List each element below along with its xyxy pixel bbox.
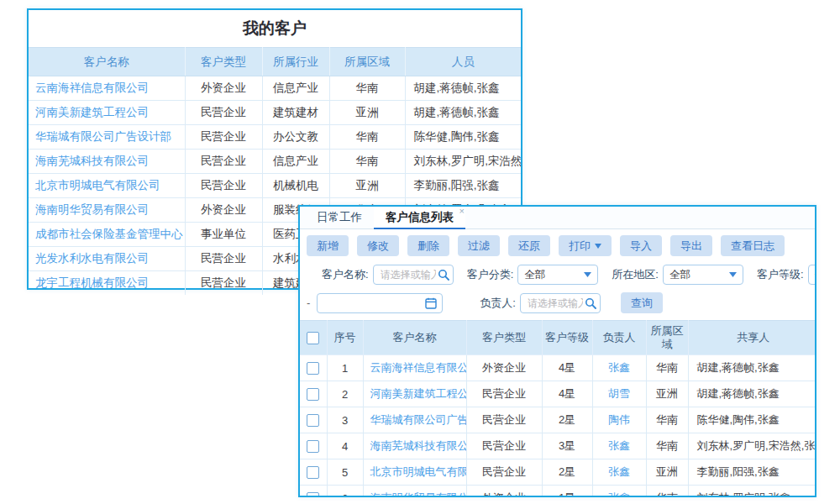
customer-category-select[interactable]: 全部: [517, 265, 598, 285]
industry-cell: 信息产业: [262, 150, 329, 174]
row-checkbox[interactable]: [307, 440, 319, 453]
region-cell: 亚洲: [646, 459, 688, 486]
customer-type-cell: 外资企业: [185, 76, 262, 101]
owner-link[interactable]: 张鑫: [608, 361, 630, 374]
search-input[interactable]: [379, 268, 438, 281]
tab-label: 日常工作: [317, 211, 362, 223]
customer-type-cell: 外资企业: [466, 355, 542, 381]
col-customer-name: 客户名称: [363, 321, 466, 355]
search-icon[interactable]: [585, 297, 596, 309]
region-filter-label: 所在地区:: [612, 267, 659, 282]
table-row: 4 海南芜城科技有限公司 民营企业 3星 张鑫 华南 刘东林,罗广明,宋浩然,张…: [300, 433, 816, 459]
owner-link[interactable]: 陶伟: [608, 413, 630, 426]
col-index: 序号: [327, 321, 363, 355]
staff-cell: 刘东林,罗广明,宋浩然,..: [405, 150, 521, 174]
grade-cell: 4星: [542, 355, 592, 381]
customer-name-link[interactable]: 河南美新建筑工程公司: [35, 106, 149, 118]
button-label: 新增: [317, 240, 339, 251]
index-cell: 3: [327, 407, 363, 433]
button-label: 删除: [417, 240, 439, 251]
table-row: 河南美新建筑工程公司 民营企业 建筑建材 亚洲 胡建,蒋德帧,张鑫: [29, 101, 521, 125]
export-button[interactable]: 导出: [670, 235, 712, 256]
customer-name-link[interactable]: 海南芜城科技有限公司: [35, 155, 149, 167]
grade-cell: 1星: [542, 486, 592, 498]
customer-name-link[interactable]: 北京市明城电气有限公司: [370, 465, 467, 478]
row-checkbox[interactable]: [307, 362, 319, 375]
customer-name-link[interactable]: 华瑞城有限公司广告设...: [370, 413, 467, 426]
row-checkbox[interactable]: [307, 466, 319, 479]
search-icon[interactable]: [438, 269, 449, 281]
customer-name-link[interactable]: 海南芜城科技有限公司: [370, 439, 467, 452]
tab-daily-work[interactable]: 日常工作: [305, 207, 374, 228]
caret-down-icon: [584, 272, 591, 277]
row-checkbox[interactable]: [307, 388, 319, 401]
customer-name-link[interactable]: 云南海祥信息有限公司: [370, 361, 467, 374]
select-value: 全部: [669, 268, 690, 282]
button-label: 修改: [367, 240, 389, 251]
customer-name-link[interactable]: 北京市明城电气有限公司: [35, 179, 160, 192]
col-customer-type: 客户类型: [466, 321, 542, 355]
customer-name-link[interactable]: 河南美新建筑工程公司: [370, 387, 467, 400]
table-row: 3 华瑞城有限公司广告设... 民营企业 2星 陶伟 华南 陈华健,陶伟,张鑫: [300, 407, 816, 433]
shared-cell: 刘东林,罗广明,张鑫: [688, 486, 816, 498]
tab-customer-info-list[interactable]: 客户信息列表 ×: [374, 207, 465, 229]
region-cell: 亚洲: [329, 174, 405, 198]
query-button[interactable]: 查询: [621, 292, 663, 313]
calendar-icon[interactable]: [425, 297, 437, 309]
row-checkbox[interactable]: [307, 414, 319, 427]
customer-type-cell: 民营企业: [185, 125, 262, 150]
customer-name-link[interactable]: 海南明华贸易有限公司: [370, 491, 467, 497]
customer-name-search-input[interactable]: [373, 265, 454, 285]
grade-cell: 3星: [542, 433, 592, 459]
table-row: 5 北京市明城电气有限公司 民营企业 2星 张鑫 亚洲 李勤丽,阳强,张鑫: [300, 459, 816, 486]
index-cell: 2: [327, 381, 363, 407]
col-staff: 人员: [405, 48, 521, 76]
owner-link[interactable]: 张鑫: [608, 465, 630, 478]
table-row: 云南海祥信息有限公司 外资企业 信息产业 华南 胡建,蒋德帧,张鑫: [29, 76, 521, 101]
shared-cell: 胡建,蒋德帧,张鑫: [688, 355, 816, 381]
print-button[interactable]: 打印: [559, 235, 612, 256]
add-button[interactable]: 新增: [307, 235, 349, 256]
table-row: 海南芜城科技有限公司 民营企业 信息产业 华南 刘东林,罗广明,宋浩然,..: [29, 150, 521, 174]
close-icon[interactable]: ×: [459, 207, 465, 215]
grade-cell: 2星: [542, 407, 592, 433]
customer-name-link[interactable]: 海南明华贸易有限公司: [35, 203, 149, 216]
row-checkbox[interactable]: [307, 492, 319, 497]
grade-select[interactable]: 全部: [808, 265, 817, 285]
customer-type-cell: 民营企业: [185, 174, 262, 198]
edit-button[interactable]: 修改: [357, 235, 399, 256]
staff-cell: 李勤丽,阳强,张鑫: [405, 174, 521, 198]
search-input[interactable]: [526, 297, 585, 310]
industry-cell: 信息产业: [262, 76, 329, 101]
window-title: 我的客户: [29, 10, 521, 47]
import-button[interactable]: 导入: [620, 235, 662, 256]
shared-cell: 李勤丽,阳强,张鑫: [688, 459, 816, 486]
view-log-button[interactable]: 查看日志: [721, 235, 785, 256]
owner-search-input[interactable]: [520, 293, 601, 313]
customer-name-link[interactable]: 成都市社会保险基金管理中心: [35, 228, 183, 240]
caret-down-icon: [729, 272, 737, 277]
region-cell: 华南: [329, 150, 405, 174]
owner-link[interactable]: 张鑫: [608, 439, 630, 452]
customer-list-table: 序号 客户名称 客户类型 客户等级 负责人 所属区域 共享人 1 云南海祥信息有…: [300, 320, 816, 497]
date-input[interactable]: [317, 293, 443, 313]
owner-link[interactable]: 张鑫: [608, 491, 630, 497]
customer-name-link[interactable]: 光发水利水电有限公司: [35, 252, 149, 265]
table-row: 6 海南明华贸易有限公司 外资企业 1星 张鑫 华南 刘东林,罗广明,张鑫: [300, 486, 816, 498]
button-label: 还原: [518, 240, 540, 251]
region-cell: 华南: [646, 407, 688, 433]
region-cell: 华南: [646, 355, 688, 381]
table-header-row: 客户名称 客户类型 所属行业 所属区域 人员: [29, 48, 521, 76]
customer-name-link[interactable]: 华瑞城有限公司广告设计部: [35, 130, 171, 143]
customer-name-filter-label: 客户名称:: [322, 267, 369, 282]
region-select[interactable]: 全部: [663, 265, 743, 285]
filter-button[interactable]: 过滤: [458, 235, 500, 256]
select-all-checkbox[interactable]: [307, 332, 319, 344]
owner-link[interactable]: 胡雪: [608, 387, 630, 400]
customer-name-link[interactable]: 云南海祥信息有限公司: [35, 81, 149, 94]
customer-name-link[interactable]: 龙宇工程机械有限公司: [35, 276, 149, 289]
delete-button[interactable]: 删除: [407, 235, 449, 256]
restore-button[interactable]: 还原: [508, 235, 550, 256]
caret-down-icon: [595, 244, 601, 249]
customer-type-cell: 民营企业: [466, 459, 542, 486]
